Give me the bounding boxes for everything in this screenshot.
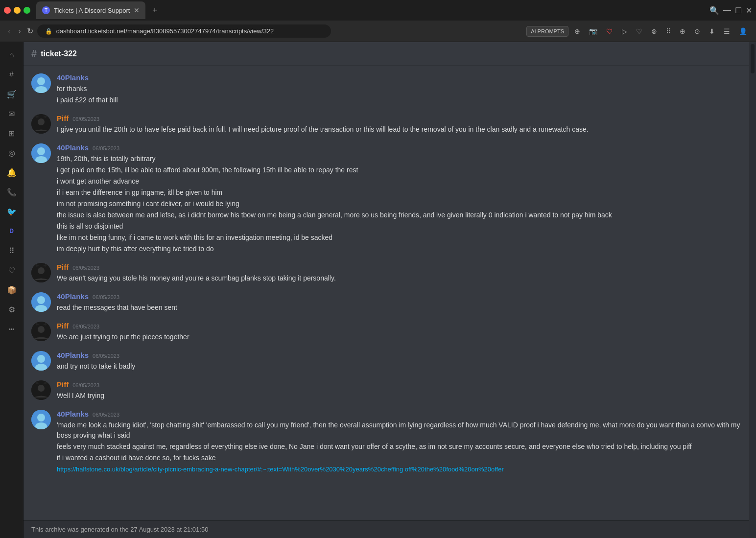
message-timestamp-2: 06/05/2023 (72, 116, 99, 122)
sidebar-icon-target[interactable]: ◎ (3, 144, 21, 162)
message-content-9: 40Planks 06/05/2023 'made me look a fuck… (57, 410, 741, 474)
window-controls (4, 7, 30, 14)
avatar-piff-4 (31, 380, 51, 400)
message-content-1: 40Planks for thanks i paid £22 of that b… (57, 73, 741, 106)
avatar-planks-1 (31, 73, 51, 93)
account-btn[interactable]: 👤 (736, 25, 750, 37)
message-text-5: read the messages that have been sent (57, 303, 741, 313)
channel-name: ticket-322 (41, 49, 77, 58)
back-btn[interactable]: ‹ (6, 25, 12, 38)
message-header-9: 40Planks 06/05/2023 (57, 410, 741, 418)
scrollbar-thumb[interactable] (751, 44, 755, 73)
message-1: 40Planks for thanks i paid £22 of that b… (31, 73, 741, 106)
download-btn[interactable]: ⬇ (706, 25, 718, 37)
sidebar-icon-tag[interactable]: # (3, 66, 21, 83)
sidebar-icon-bell[interactable]: 🔔 (3, 164, 21, 181)
sidebar-icon-settings[interactable]: ⚙ (3, 301, 21, 318)
tab-close-btn[interactable]: ✕ (134, 6, 140, 14)
sidebar-icon-more[interactable]: ••• (3, 320, 21, 338)
browser-restore-btn[interactable]: ☐ (735, 6, 742, 15)
scrollbar-track[interactable] (749, 42, 756, 538)
maximize-window-btn[interactable] (24, 7, 30, 14)
message-header-7: 40Planks 06/05/2023 (57, 351, 741, 359)
minimize-window-btn[interactable] (14, 7, 21, 14)
message-content-6: Piff 06/05/2023 We are just trying to pu… (57, 322, 741, 343)
close-window-btn[interactable] (4, 7, 11, 14)
sidebar-icon-twitter[interactable]: 🐦 (3, 203, 21, 220)
browser-close-btn[interactable]: ✕ (746, 6, 752, 15)
svg-point-25 (38, 385, 45, 392)
avatar-piff-1 (31, 114, 51, 134)
refresh-btn[interactable]: ↻ (27, 26, 33, 36)
profile-btn[interactable]: ⊙ (691, 25, 703, 37)
nav-actions: AI PROMPTS ⊕ 📷 🛡 ▷ ♡ ⊗ ⠿ ⊕ ⊙ ⬇ ☰ 👤 (526, 25, 750, 37)
sidebar-icon-home[interactable]: ⌂ (3, 46, 21, 64)
heart-btn[interactable]: ♡ (633, 25, 645, 37)
message-author-3: 40Planks (57, 143, 89, 152)
avatar-piff-2 (31, 263, 51, 282)
message-link-9[interactable]: https://halfstone.co.uk/blog/article/cit… (57, 466, 504, 473)
channel-area: # ticket-322 40Planks f (24, 42, 749, 538)
app-layout: ⌂ # 🛒 ✉ ⊞ ◎ 🔔 📞 🐦 D ⠿ ♡ 📦 ⚙ ••• # ticket… (0, 42, 756, 538)
browser-search-btn[interactable]: 🔍 (709, 6, 719, 15)
sidebar-icon-message[interactable]: ✉ (3, 105, 21, 122)
message-author-7: 40Planks (57, 351, 89, 359)
message-author-4: Piff (57, 263, 69, 271)
menu-btn[interactable]: ☰ (721, 25, 733, 37)
new-tab-btn[interactable]: + (147, 3, 162, 18)
plus-btn[interactable]: ⊕ (677, 25, 688, 37)
message-header-4: Piff 06/05/2023 (57, 263, 741, 271)
sidebar-icon-shop[interactable]: 🛒 (3, 85, 21, 103)
message-author-2: Piff (57, 114, 69, 122)
message-author-5: 40Planks (57, 292, 89, 301)
ai-prompts-btn[interactable]: AI PROMPTS (526, 26, 568, 37)
message-content-7: 40Planks 06/05/2023 and try not to take … (57, 351, 741, 373)
message-text-7: and try not to take it badly (57, 361, 741, 372)
svg-point-15 (37, 296, 45, 304)
sidebar-icon-grid[interactable]: ⊞ (3, 124, 21, 142)
sidebar-icon-apps[interactable]: ⠿ (3, 242, 21, 259)
svg-point-18 (38, 326, 45, 333)
message-header-5: 40Planks 06/05/2023 (57, 292, 741, 301)
message-3: 40Planks 06/05/2023 19th, 20th, this is … (31, 143, 741, 255)
message-author-8: Piff (57, 380, 69, 389)
play-btn[interactable]: ▷ (619, 25, 630, 37)
tab-favicon: T (42, 6, 50, 14)
footer-text: This archive was generated on the 27 Aug… (31, 526, 208, 533)
sidebar-icon-box[interactable]: 📦 (3, 281, 21, 299)
message-text-3: 19th, 20th, this is totally arbitrary i … (57, 154, 741, 254)
message-content-5: 40Planks 06/05/2023 read the messages th… (57, 292, 741, 314)
message-author-6: Piff (57, 322, 69, 330)
extensions-btn[interactable]: ⊕ (571, 25, 583, 37)
browser-minimize-btn[interactable]: — (723, 6, 731, 15)
message-header-3: 40Planks 06/05/2023 (57, 143, 741, 152)
avatar-planks-4 (31, 351, 51, 371)
wallet-btn[interactable]: ⊗ (648, 25, 660, 37)
address-bar[interactable]: 🔒 dashboard.ticketsbot.net/manage/830895… (37, 24, 331, 38)
message-7: 40Planks 06/05/2023 and try not to take … (31, 351, 741, 373)
messages-area[interactable]: 40Planks for thanks i paid £22 of that b… (24, 66, 749, 520)
camera-btn[interactable]: 📷 (586, 25, 600, 37)
avatar-piff-3 (31, 322, 51, 341)
grid-btn[interactable]: ⠿ (663, 25, 674, 37)
message-header-1: 40Planks (57, 73, 741, 82)
message-8: Piff 06/05/2023 Well I AM trying (31, 380, 741, 402)
sidebar: ⌂ # 🛒 ✉ ⊞ ◎ 🔔 📞 🐦 D ⠿ ♡ 📦 ⚙ ••• (0, 42, 24, 538)
message-header-2: Piff 06/05/2023 (57, 114, 741, 122)
chat-footer: This archive was generated on the 27 Aug… (24, 520, 749, 538)
svg-point-11 (38, 267, 45, 274)
browser-toolbar-right: 🔍 — ☐ ✕ (709, 6, 752, 15)
message-text-6: We are just trying to put the pieces tog… (57, 332, 741, 342)
svg-point-22 (37, 355, 45, 363)
message-timestamp-5: 06/05/2023 (93, 294, 119, 300)
sidebar-icon-phone[interactable]: 📞 (3, 183, 21, 201)
message-content-4: Piff 06/05/2023 We aren't saying you sto… (57, 263, 741, 284)
shield-btn[interactable]: 🛡 (603, 25, 616, 37)
active-tab[interactable]: T Tickets | A Discord Support ✕ (36, 1, 145, 19)
svg-point-4 (38, 118, 45, 125)
sidebar-icon-discord[interactable]: D (3, 222, 21, 240)
message-content-3: 40Planks 06/05/2023 19th, 20th, this is … (57, 143, 741, 255)
message-text-4: We aren't saying you stole his money and… (57, 273, 741, 283)
forward-btn[interactable]: › (16, 25, 23, 38)
sidebar-icon-heart[interactable]: ♡ (3, 261, 21, 279)
